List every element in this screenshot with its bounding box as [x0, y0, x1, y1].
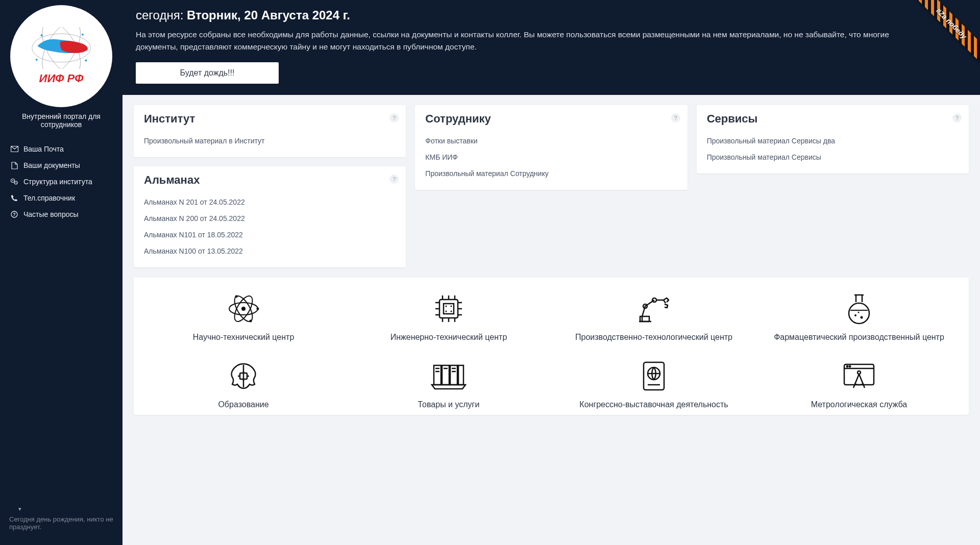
- sidebar: ИИФ РФ Внутренний портал для сотрудников…: [0, 0, 122, 545]
- tile-label: Метрологическая служба: [762, 399, 957, 410]
- card-item[interactable]: Произвольный материал Сотруднику: [425, 165, 677, 182]
- svg-point-6: [85, 60, 87, 62]
- tile-label: Конгрессно-выставочная деятельность: [556, 399, 751, 410]
- svg-rect-21: [439, 300, 458, 318]
- content: ? Институт Произвольный материал в Инсти…: [122, 95, 980, 425]
- tile-metrology[interactable]: Метрологическая служба: [762, 358, 957, 410]
- svg-point-67: [847, 365, 848, 366]
- nav-phone[interactable]: Тел.справочник: [4, 190, 118, 206]
- svg-point-10: [12, 180, 13, 181]
- tile-label: Фармацевтический производственный центр: [762, 332, 957, 343]
- nav-structure[interactable]: Структура института: [4, 174, 118, 190]
- sidebar-subtitle: Внутренний портал для сотрудников: [8, 112, 115, 135]
- svg-point-5: [35, 59, 37, 61]
- tile-goods[interactable]: Товары и услуги: [351, 358, 546, 410]
- nav-faq[interactable]: ? Частые вопросы: [4, 206, 118, 222]
- card-title: Альманах: [144, 174, 396, 187]
- svg-point-3: [40, 34, 42, 36]
- question-icon: ?: [10, 211, 18, 218]
- tile-education[interactable]: Образование: [146, 358, 341, 410]
- date-value: Вторник, 20 Августа 2024 г.: [187, 8, 350, 22]
- tile-pharma[interactable]: Фармацевтический производственный центр: [762, 291, 957, 343]
- svg-rect-22: [444, 304, 454, 314]
- card-services: ? Сервисы Произвольный материал Сервисы …: [697, 105, 969, 174]
- svg-point-37: [446, 311, 447, 312]
- help-icon[interactable]: ?: [952, 113, 962, 122]
- tile-label: Товары и услуги: [351, 399, 546, 410]
- chip-icon: [351, 291, 546, 327]
- card-institute: ? Институт Произвольный материал в Инсти…: [134, 105, 406, 157]
- svg-point-19: [235, 295, 238, 298]
- left-column: ? Институт Произвольный материал в Инсти…: [134, 105, 406, 267]
- sidebar-nav: Ваша Почта Ваши документы Структура инст…: [0, 141, 122, 222]
- card-title: Институт: [144, 112, 396, 126]
- help-icon[interactable]: ?: [389, 175, 399, 184]
- phone-icon: [10, 194, 18, 202]
- nav-label: Ваша Почта: [23, 145, 64, 153]
- svg-point-18: [257, 308, 259, 310]
- tile-label: Производственно-технологический центр: [556, 332, 751, 343]
- tile-label: Научно-технический центр: [146, 332, 341, 343]
- svg-point-45: [858, 312, 860, 313]
- logo-circle: ИИФ РФ: [10, 5, 112, 107]
- tile-congress[interactable]: Конгрессно-выставочная деятельность: [556, 358, 751, 410]
- weather-button[interactable]: Будет дождь!!!: [136, 62, 279, 84]
- logo-text: ИИФ РФ: [39, 72, 84, 85]
- sidebar-footer: ▾ Сегодня день рождения, никто не праздн…: [0, 497, 122, 540]
- svg-line-70: [853, 374, 859, 388]
- card-item[interactable]: Произвольный материал Сервисы два: [707, 133, 959, 149]
- flask-icon: [762, 291, 957, 327]
- svg-line-71: [859, 374, 865, 388]
- card-employee: ? Сотруднику Фотки выставки КМБ ИИФ Прои…: [415, 105, 687, 190]
- svg-point-4: [81, 34, 83, 36]
- tile-label: Инженерно-технический центр: [351, 332, 546, 343]
- svg-point-11: [15, 182, 16, 183]
- gears-icon: [10, 178, 18, 185]
- svg-point-20: [250, 320, 252, 323]
- header-date: сегодня: Вторник, 20 Августа 2024 г.: [136, 8, 967, 22]
- svg-rect-61: [644, 362, 664, 390]
- svg-rect-41: [640, 316, 649, 321]
- card-item[interactable]: Произвольный материал Сервисы: [707, 149, 959, 165]
- card-item[interactable]: Альманах N101 от 18.05.2022: [144, 227, 396, 243]
- card-title: Сотруднику: [425, 112, 677, 126]
- card-item[interactable]: Альманах N100 от 13.05.2022: [144, 243, 396, 259]
- books-icon: [351, 358, 546, 394]
- tiles-grid: Научно-технический центр Инженерно-техни…: [134, 278, 969, 415]
- logo-map-image: [22, 27, 101, 69]
- nav-label: Тел.справочник: [23, 194, 75, 202]
- card-item[interactable]: Альманах N 200 от 24.05.2022: [144, 210, 396, 227]
- logo-area: ИИФ РФ Внутренний портал для сотрудников: [0, 5, 122, 141]
- tile-production[interactable]: Производственно-технологический центр: [556, 291, 751, 343]
- svg-point-43: [854, 314, 856, 316]
- atom-icon: [146, 291, 341, 327]
- compass-icon: [762, 358, 957, 394]
- svg-point-35: [446, 306, 447, 307]
- svg-point-42: [849, 303, 869, 324]
- svg-point-38: [451, 311, 452, 312]
- nav-label: Частые вопросы: [23, 210, 79, 218]
- nav-mail[interactable]: Ваша Почта: [4, 141, 118, 157]
- header: сегодня: Вторник, 20 Августа 2024 г. На …: [122, 0, 980, 95]
- card-item[interactable]: КМБ ИИФ: [425, 149, 677, 165]
- card-item[interactable]: Альманах N 201 от 24.05.2022: [144, 194, 396, 210]
- card-almanac: ? Альманах Альманах N 201 от 24.05.2022 …: [134, 166, 406, 267]
- svg-point-17: [241, 307, 246, 311]
- tile-engineering[interactable]: Инженерно-технический центр: [351, 291, 546, 343]
- card-item[interactable]: Фотки выставки: [425, 133, 677, 149]
- help-icon[interactable]: ?: [671, 113, 680, 122]
- svg-point-36: [451, 306, 452, 307]
- caret-down-icon[interactable]: ▾: [9, 506, 113, 515]
- header-description: На этом ресурсе собраны все необходимы д…: [136, 29, 901, 53]
- nav-docs[interactable]: Ваши документы: [4, 157, 118, 174]
- main-area: сегодня: Вторник, 20 Августа 2024 г. На …: [122, 0, 980, 545]
- brain-icon: [146, 358, 341, 394]
- svg-rect-55: [458, 365, 463, 385]
- card-item[interactable]: Произвольный материал в Институт: [144, 133, 396, 149]
- cards-grid: ? Институт Произвольный материал в Инсти…: [134, 105, 969, 267]
- date-prefix: сегодня:: [136, 8, 187, 22]
- passport-icon: [556, 358, 751, 394]
- svg-point-69: [857, 371, 861, 374]
- tile-science[interactable]: Научно-технический центр: [146, 291, 341, 343]
- help-icon[interactable]: ?: [389, 113, 399, 122]
